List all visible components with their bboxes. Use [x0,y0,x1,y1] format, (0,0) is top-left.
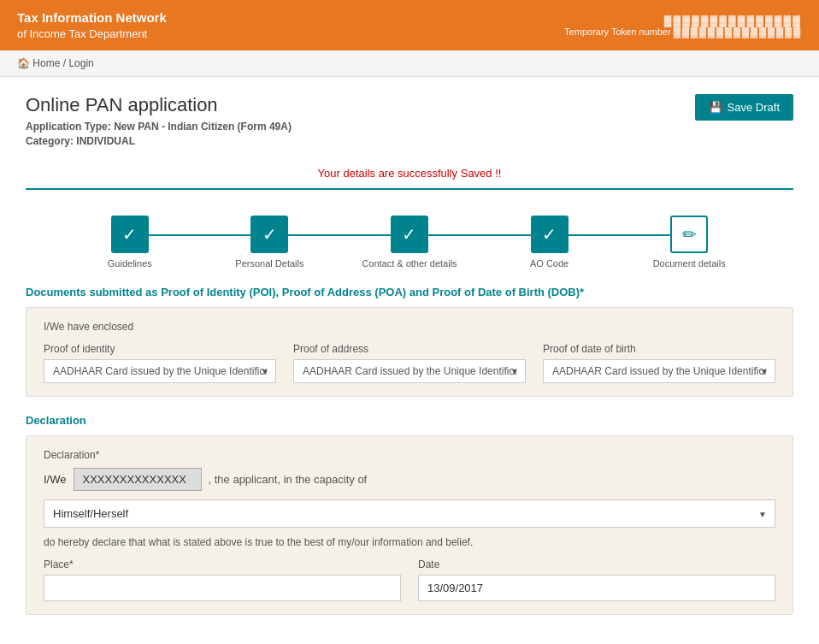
token-label: Temporary Token number ▓▓▓▓▓▓▓▓▓▓▓▓▓▓▓ [564,27,802,37]
step-circle-personal: ✓ [250,216,288,253]
iwe-prefix: I/We [44,473,67,486]
logo-line2: of Income Tax Department [17,27,167,42]
capacity-select-wrapper: Himself/Herself Authorised Representativ… [44,499,775,528]
place-date-row: Place* Date [44,558,775,601]
capacity-select[interactable]: Himself/Herself Authorised Representativ… [44,499,775,528]
step-aocode: ✓ AO Code [480,216,620,269]
page-title-section: Online PAN application Application Type:… [26,94,292,150]
proof-address-select[interactable]: AADHAAR Card issued by the Unique Identi… [293,359,526,383]
save-icon: 💾 [709,101,722,114]
proof-identity-label: Proof of identity [44,343,276,355]
token-value: ▓▓▓▓▓▓▓▓▓▓▓▓▓▓▓ [674,27,802,37]
step-contact: ✓ Contact & other details [339,216,480,269]
proof-identity-col: Proof of identity AADHAAR Card issued by… [44,343,276,383]
breadcrumb: 🏠 Home / Login [0,50,819,77]
iwe-row: I/We , the applicant, in the capacity of [44,468,775,491]
step-personal: ✓ Personal Details [200,216,340,269]
edit-icon: ✏ [682,224,697,245]
declaration-heading: Declaration [26,414,793,427]
step-indicator: ✓ Guidelines ✓ Personal Details ✓ Contac… [26,207,793,286]
step-label-personal: Personal Details [235,258,303,269]
documents-heading: Documents submitted as Proof of Identity… [26,286,793,298]
date-col: Date [418,558,775,601]
step-label-contact: Contact & other details [362,258,457,269]
iwe-input[interactable] [74,468,202,491]
place-label: Place* [44,558,401,570]
step-circle-contact: ✓ [391,216,428,253]
place-col: Place* [44,558,401,601]
step-circle-documents: ✏ [670,216,708,253]
proof-address-wrapper: AADHAAR Card issued by the Unique Identi… [293,359,526,383]
page-header-row: Online PAN application Application Type:… [26,94,793,150]
place-input[interactable] [44,575,401,601]
proof-address-label: Proof of address [293,343,526,355]
date-input[interactable] [418,575,775,601]
proof-dob-select[interactable]: AADHAAR Card issued by the Unique Identi… [543,359,775,383]
step-documents: ✏ Document details [619,216,759,269]
proof-identity-wrapper: AADHAAR Card issued by the Unique Identi… [44,359,276,383]
step-label-guidelines: Guidelines [108,258,152,269]
step-label-documents: Document details [653,258,726,269]
proof-row: Proof of identity AADHAAR Card issued by… [44,343,775,383]
proof-dob-col: Proof of date of birth AADHAAR Card issu… [543,343,775,383]
step-circle-aocode: ✓ [531,216,569,253]
logo-line1: Tax Information Network [17,9,167,27]
step-circle-guidelines: ✓ [111,216,149,253]
home-icon: 🏠 [17,57,30,69]
success-message: Your details are successfully Saved !! [26,158,793,190]
breadcrumb-separator: / [63,57,66,69]
capacity-prefix: , the applicant, in the capacity of [209,473,368,486]
declaration-label: Declaration* [44,449,775,461]
declaration-box: Declaration* I/We , the applicant, in th… [26,435,793,615]
token-masked-text: ▓▓▓▓▓▓▓▓▓▓▓▓▓▓▓ [664,15,802,27]
token-info: ▓▓▓▓▓▓▓▓▓▓▓▓▓▓▓ Temporary Token number ▓… [564,15,802,37]
enclosed-label: I/We have enclosed [44,321,775,333]
header: Tax Information Network of Income Tax De… [0,0,819,50]
step-guidelines: ✓ Guidelines [60,216,200,269]
documents-box: I/We have enclosed Proof of identity AAD… [26,307,793,397]
breadcrumb-home[interactable]: 🏠 Home [17,57,63,69]
token-masked: ▓▓▓▓▓▓▓▓▓▓▓▓▓▓▓ [564,15,802,27]
app-type-line: Application Type: New PAN - Indian Citiz… [26,121,292,133]
logo: Tax Information Network of Income Tax De… [17,9,167,42]
breadcrumb-current: Login [68,57,93,69]
date-label: Date [418,558,775,570]
main-content: Online PAN application Application Type:… [0,77,819,644]
proof-identity-select[interactable]: AADHAAR Card issued by the Unique Identi… [44,359,276,383]
proof-dob-wrapper: AADHAAR Card issued by the Unique Identi… [543,359,775,383]
save-draft-button[interactable]: 💾 Save Draft [695,94,793,121]
category-line: Category: INDIVIDUAL [26,135,292,147]
step-label-aocode: AO Code [530,258,569,269]
declare-text: do hereby declare that what is stated ab… [44,536,775,548]
proof-address-col: Proof of address AADHAAR Card issued by … [293,343,526,383]
page-title: Online PAN application [26,94,292,116]
proof-dob-label: Proof of date of birth [543,343,775,355]
